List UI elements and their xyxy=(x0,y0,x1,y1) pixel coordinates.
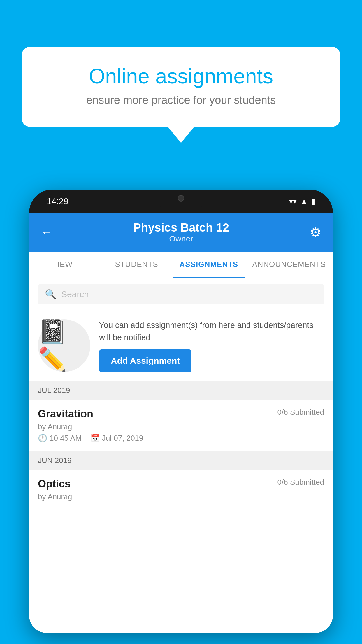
assignment-details: 🕐 10:45 AM 📅 Jul 07, 2019 xyxy=(38,434,324,443)
notebook-icon: 📓✏️ xyxy=(38,318,90,373)
app-screen: ← Physics Batch 12 Owner ⚙ IEW STUDENTS … xyxy=(29,213,333,633)
assignment-name-optics: Optics xyxy=(38,478,71,490)
back-button[interactable]: ← xyxy=(41,226,52,239)
promo-content: You can add assignment(s) from here and … xyxy=(99,319,324,372)
tab-announcements[interactable]: ANNOUNCEMENTS xyxy=(245,252,333,278)
app-header: ← Physics Batch 12 Owner ⚙ xyxy=(29,213,333,252)
add-assignment-button[interactable]: Add Assignment xyxy=(99,349,191,372)
clock-icon: 🕐 xyxy=(38,434,47,443)
search-icon: 🔍 xyxy=(45,289,57,300)
assignment-item-top: Gravitation 0/6 Submitted xyxy=(38,408,324,420)
battery-icon: ▮ xyxy=(311,197,315,206)
assignment-by: by Anurag xyxy=(38,422,324,431)
speech-bubble-subtitle: ensure more practice for your students xyxy=(42,94,320,106)
tab-assignments[interactable]: ASSIGNMENTS xyxy=(173,252,245,278)
tab-students[interactable]: STUDENTS xyxy=(101,252,173,278)
header-subtitle: Owner xyxy=(133,234,229,244)
assignment-name: Gravitation xyxy=(38,408,93,420)
assignment-submitted: 0/6 Submitted xyxy=(277,408,324,417)
promo-icon-circle: 📓✏️ xyxy=(38,319,90,372)
assignment-item-top-optics: Optics 0/6 Submitted xyxy=(38,478,324,490)
assignment-date: 📅 Jul 07, 2019 xyxy=(90,434,143,443)
promo-text: You can add assignment(s) from here and … xyxy=(99,319,324,344)
signal-icon: ▲ xyxy=(300,197,308,206)
scroll-content: JUL 2019 Gravitation 0/6 Submitted by An… xyxy=(29,381,333,633)
speech-bubble-tail xyxy=(168,127,194,143)
assignment-time: 🕐 10:45 AM xyxy=(38,434,82,443)
assignment-item-optics[interactable]: Optics 0/6 Submitted by Anurag xyxy=(29,470,333,512)
search-input[interactable]: Search xyxy=(61,289,89,299)
section-header-jul: JUL 2019 xyxy=(29,381,333,400)
assignment-item-gravitation[interactable]: Gravitation 0/6 Submitted by Anurag 🕐 10… xyxy=(29,400,333,451)
status-icons: ▾▾ ▲ ▮ xyxy=(289,197,315,206)
calendar-icon: 📅 xyxy=(90,434,100,443)
status-bar: 14:29 ▾▾ ▲ ▮ xyxy=(29,190,333,213)
notch xyxy=(155,190,207,207)
clock: 14:29 xyxy=(47,196,68,206)
promo-section: 📓✏️ You can add assignment(s) from here … xyxy=(29,310,333,381)
search-container: 🔍 Search xyxy=(29,278,333,310)
header-title: Physics Batch 12 xyxy=(133,221,229,234)
front-camera xyxy=(178,195,184,202)
section-header-jun: JUN 2019 xyxy=(29,451,333,470)
tabs-container: IEW STUDENTS ASSIGNMENTS ANNOUNCEMENTS xyxy=(29,252,333,278)
speech-bubble: Online assignments ensure more practice … xyxy=(22,47,340,127)
phone-container: 14:29 ▾▾ ▲ ▮ ← Physics Batch 12 Owner ⚙ xyxy=(29,190,333,644)
header-center: Physics Batch 12 Owner xyxy=(133,221,229,244)
wifi-icon: ▾▾ xyxy=(289,197,297,206)
search-bar[interactable]: 🔍 Search xyxy=(38,284,324,304)
speech-bubble-container: Online assignments ensure more practice … xyxy=(22,47,340,143)
assignment-submitted-optics: 0/6 Submitted xyxy=(277,478,324,487)
speech-bubble-title: Online assignments xyxy=(42,64,320,88)
tab-iew[interactable]: IEW xyxy=(29,252,101,278)
assignment-by-optics: by Anurag xyxy=(38,492,324,501)
settings-icon[interactable]: ⚙ xyxy=(310,225,321,240)
phone-frame: 14:29 ▾▾ ▲ ▮ ← Physics Batch 12 Owner ⚙ xyxy=(29,190,333,633)
